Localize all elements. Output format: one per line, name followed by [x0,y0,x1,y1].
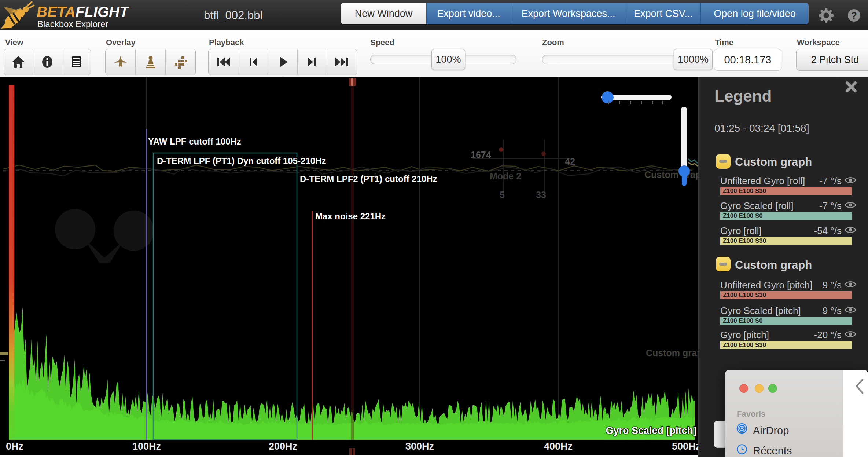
legend-entry: Gyro [roll]-54 °/s Z100 E100 S30 [720,225,842,237]
curve-expo-tag[interactable]: Z100 E100 S30 [720,291,852,299]
field-name: Gyro Scaled [pitch] [720,305,801,317]
zero-hz-heat-bar [9,85,14,440]
time-input[interactable]: 00:18.173 [714,49,781,71]
field-value: -7 °/s [819,175,842,187]
play-button[interactable] [268,49,298,75]
playhead-marker [349,78,356,455]
finder-sidebar: Favoris AirDrop Récents [725,370,843,457]
curve-expo-tag[interactable]: Z100 E100 S0 [720,212,852,220]
curve-expo-tag[interactable]: Z100 E100 S30 [720,341,852,349]
speed-slider-thumb[interactable]: 100% [431,49,465,70]
field-value: -20 °/s [814,329,842,341]
help-icon[interactable]: ? [847,8,861,23]
eye-icon[interactable] [844,280,857,289]
export-csv-button[interactable]: Export CSV... [626,3,700,24]
legend-time-range: 01:25 - 03:24 [01:58] [714,123,809,134]
speed-group-label: Speed [370,38,394,47]
overlay-h-slider-thumb[interactable] [602,91,614,103]
step-forward-button[interactable] [298,49,327,75]
axis-tick-0hz: 0Hz [6,441,23,452]
legend-entry: Unfiltered Gyro [roll]-7 °/s Z100 E100 S… [720,175,842,187]
skip-to-end-button[interactable] [327,49,357,75]
chevron-left-icon[interactable] [854,378,865,395]
info-view-button[interactable] [33,49,62,75]
header-bar: BETAFLIGHT Blackbox Explorer btfl_002.bb… [0,0,868,30]
finder-item-recents[interactable]: Récents [753,445,792,457]
field-name: Unfiltered Gyro [pitch] [720,279,812,291]
annotation-yaw-lpf: YAW LPF cutoff 100Hz [148,136,241,147]
finder-main-panel [843,370,868,457]
minimize-window-button[interactable] [755,384,764,393]
faint-readout-42: 42 [565,156,575,167]
field-name: Gyro [pitch] [720,329,769,341]
home-view-button[interactable] [4,49,33,75]
header-button-group: New Window Export video... Export Worksp… [341,3,809,24]
overlay-v-slider-thumb[interactable] [678,165,690,177]
settings-gear-icon[interactable] [819,8,834,23]
home-icon [11,55,26,69]
faint-readout-1674: 1674 [471,150,491,160]
time-group-label: Time [715,38,733,47]
collapse-group-button[interactable] [716,257,731,271]
series-label: Gyro Scaled [pitch] [594,425,696,436]
annotation-dterm-lpf2: D-TERM LPF2 (PT1) cutoff 210Hz [300,174,437,184]
analyser-overlay-button[interactable] [166,49,195,75]
eye-icon[interactable] [844,330,857,339]
sticks-overlay-button[interactable] [136,49,166,75]
new-window-button[interactable]: New Window [341,3,426,24]
faint-custom-graph-2: Custom graph [646,348,698,358]
legend-group-title: Custom graph [735,156,812,169]
workspace-select[interactable]: 2 Pitch Std [796,49,868,71]
export-video-button[interactable]: Export video... [426,3,511,24]
left-margin-tick [0,352,8,355]
svg-text:?: ? [851,10,857,21]
axis-tick-500hz: 500Hz [672,441,698,452]
bottom-strip [0,455,698,457]
craft-overlay-button[interactable] [106,49,136,75]
favorites-section-label: Favoris [737,409,765,419]
log-list-view-button[interactable] [62,49,91,75]
step-back-icon [245,55,261,69]
eye-icon[interactable] [844,176,857,185]
axis-tick-200hz: 200Hz [269,441,297,452]
minus-icon [719,263,727,266]
plane-icon [113,55,128,69]
h-slider-tick [652,101,653,104]
field-name: Gyro Scaled [roll] [720,200,793,212]
zoom-slider-thumb[interactable]: 1000% [674,49,713,70]
toolbar: View Overlay Playback [0,30,868,78]
maximize-window-button[interactable] [768,384,777,393]
eye-icon[interactable] [844,226,857,235]
field-value: 9 °/s [823,305,842,317]
close-window-button[interactable] [739,384,748,393]
blocks-icon [173,55,188,69]
zoom-group-label: Zoom [542,38,564,47]
axis-tick-300hz: 300Hz [405,441,434,452]
info-icon [40,55,55,69]
step-back-button[interactable] [238,49,268,75]
legend-entry: Gyro Scaled [roll]-7 °/s Z100 E100 S0 [720,200,842,212]
dterm-lpf-range-box [153,153,297,440]
curve-expo-tag[interactable]: Z100 E100 S30 [720,237,852,245]
list-icon [69,55,84,69]
field-value: -7 °/s [819,200,842,212]
curve-expo-tag[interactable]: Z100 E100 S30 [720,187,852,195]
export-workspaces-button[interactable]: Export Workspaces... [511,3,626,24]
faint-mode-label: Mode 2 [490,171,521,182]
field-name: Unfiltered Gyro [roll] [720,175,805,187]
step-forward-icon [305,55,320,69]
eye-icon[interactable] [844,306,857,315]
close-icon[interactable] [845,80,858,94]
h-slider-tick [641,101,642,104]
eye-icon[interactable] [844,201,857,210]
finder-item-airdrop[interactable]: AirDrop [753,425,789,437]
overlay-button-group [105,49,196,75]
skip-to-start-button[interactable] [209,49,238,75]
spectrum-chart[interactable]: YAW LPF cutoff 100Hz D-TERM LPF (PT1) Dy… [0,77,698,455]
open-log-button[interactable]: Open log file/video [700,3,809,24]
airdrop-icon [736,423,748,435]
workspace-group-label: Workspace [797,38,840,47]
curve-expo-tag[interactable]: Z100 E100 S0 [720,317,852,325]
collapse-group-button[interactable] [716,154,731,169]
legend-entry: Gyro Scaled [pitch]9 °/s Z100 E100 S0 [720,305,842,317]
